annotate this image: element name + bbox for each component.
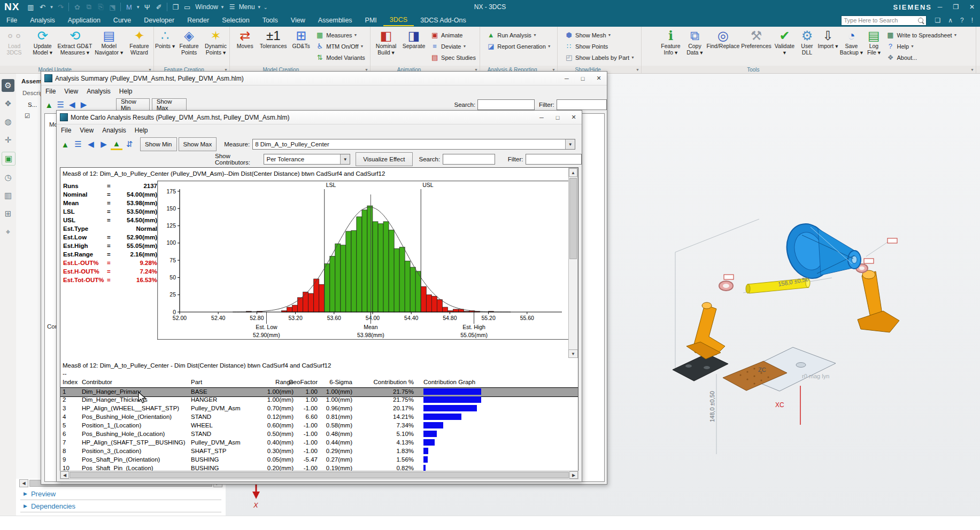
window-icon[interactable]: ▭	[182, 2, 192, 12]
gesture-icon[interactable]: ✐	[153, 2, 164, 12]
nominal-build-button[interactable]: ◧Nominal Build ▾	[373, 28, 399, 56]
expand-toolbar-icon[interactable]: ⌄	[264, 4, 268, 10]
import-button[interactable]: ⇩Import ▾	[817, 28, 838, 50]
show-min-button[interactable]: Show Min	[116, 98, 150, 111]
fullscreen-icon[interactable]: ❏	[931, 17, 944, 24]
about-button[interactable]: ❖About...	[885, 52, 957, 63]
table-row[interactable]: 3HP_Align_(WHEEL__SHAFT_STP)Pulley_DVM_A…	[60, 404, 578, 413]
search-input[interactable]: Type Here to Search	[841, 15, 927, 26]
deviate-button[interactable]: ≡Deviate▼	[430, 41, 476, 52]
list-icon[interactable]: ☰	[56, 99, 66, 111]
constraint-icon[interactable]: ◍	[2, 115, 14, 128]
command-finder-icon[interactable]: M	[124, 2, 134, 12]
app-minimize-button[interactable]: ─	[932, 0, 948, 14]
save-backup-button[interactable]: ◔Save Backup ▾	[839, 28, 863, 56]
table-row[interactable]: 5Position_1_(Location)WHEEL0.60(mm)-1.00…	[60, 422, 578, 430]
search-icon[interactable]	[918, 18, 923, 23]
chevron-down-icon[interactable]: ▼	[565, 139, 575, 149]
menu-assemblies[interactable]: Assemblies	[312, 15, 359, 26]
summary-menu-view[interactable]: View	[60, 88, 82, 95]
sort-contributors-icon[interactable]: ⇵	[124, 138, 135, 150]
measure-icon[interactable]: ⌖	[2, 225, 14, 238]
scroll-left-button[interactable]: ◀	[19, 479, 28, 487]
feature-points-button[interactable]: ◈Feature Points	[176, 28, 202, 56]
copy-data-button[interactable]: ⧉Copy Data ▾	[684, 28, 705, 56]
menu-file[interactable]: File	[0, 15, 24, 26]
histogram-icon[interactable]: ▲	[59, 138, 71, 150]
pattern-icon[interactable]: ✿	[72, 2, 82, 12]
scrollbar-thumb[interactable]	[70, 472, 569, 478]
menu-tools[interactable]: Tools	[256, 15, 284, 26]
points-button[interactable]: ∴Points ▾	[155, 28, 175, 50]
microphone-icon[interactable]: Ψ	[142, 2, 152, 12]
update-model-button[interactable]: ⟳Update Model ▾	[29, 28, 56, 56]
history-icon[interactable]: ◷	[2, 171, 14, 184]
probe-icon[interactable]: ✛	[2, 134, 14, 146]
summary-titlebar[interactable]: Analysis Summary (Pulley_DVM_Asm.hst, Pu…	[41, 72, 607, 85]
summary-menu-help[interactable]: Help	[115, 88, 137, 95]
save-icon[interactable]: ▥	[25, 2, 36, 12]
next-measure-icon[interactable]: ▶	[98, 138, 110, 150]
help-button[interactable]: ?Help▼	[885, 41, 957, 52]
copy-icon[interactable]: ⧉	[83, 2, 94, 12]
histogram-icon[interactable]: ▲	[44, 99, 55, 111]
moves-button[interactable]: ⇄Moves	[233, 28, 257, 50]
menu-render[interactable]: Render	[181, 15, 215, 26]
summary-menu-file[interactable]: File	[41, 88, 60, 95]
vertical-scrollbar[interactable]: ▲	[568, 168, 578, 350]
feature-info-button[interactable]: ℹFeature Info ▾	[658, 28, 683, 56]
prev-measure-icon[interactable]: ◀	[85, 138, 97, 150]
table-row[interactable]: 6Pos_Bushing_Hole_(Location)STAND0.50(mm…	[60, 430, 578, 439]
prev-measure-icon[interactable]: ◀	[67, 99, 78, 111]
feature-wizard-button[interactable]: ✦Feature Wizard	[126, 28, 153, 56]
next-measure-icon[interactable]: ▶	[79, 99, 89, 111]
mc-minimize-button[interactable]: ─	[534, 111, 550, 124]
report-generation-button[interactable]: ◪Report Generation▼	[486, 41, 551, 52]
settings-icon[interactable]: ⚙	[2, 79, 14, 92]
window-menu[interactable]: Window	[195, 3, 218, 11]
summary-filter-input[interactable]	[557, 99, 607, 110]
menu-pmi[interactable]: PMI	[359, 15, 383, 26]
menu-curve[interactable]: Curve	[107, 15, 137, 26]
model-variants-button[interactable]: ⇅Model Variants	[315, 52, 365, 63]
show-labels-by-part-button[interactable]: ◰Show Labels by Part▼	[564, 52, 635, 63]
group-label-tools[interactable]: Tools▼	[642, 66, 976, 73]
user-dll-button[interactable]: ⚙User DLL	[797, 28, 816, 56]
separate-button[interactable]: ◨Separate	[400, 28, 427, 50]
assembly-navigator-icon[interactable]: ❖	[2, 97, 14, 110]
model-navigator-button[interactable]: ▤Model Navigator ▾	[94, 28, 125, 56]
menu-dropdown[interactable]: Menu	[239, 3, 255, 11]
tree-item[interactable]: S...	[28, 102, 37, 108]
validate-button[interactable]: ✔Validate ▾	[773, 28, 796, 56]
log-file-button[interactable]: ▤Log File ▾	[865, 28, 883, 56]
mc-search-input[interactable]	[443, 154, 495, 165]
mc-filter-input[interactable]	[526, 154, 582, 165]
options-icon[interactable]: !	[968, 17, 977, 24]
visualize-effect-button[interactable]: Visualize Effect	[356, 152, 412, 166]
menu-view[interactable]: View	[284, 15, 312, 26]
mc-maximize-button[interactable]: □	[550, 111, 566, 124]
mc-menu-file[interactable]: File	[57, 127, 75, 134]
tree-item-checkbox[interactable]: ☑	[25, 112, 30, 120]
menu-analysis[interactable]: Analysis	[24, 15, 61, 26]
measures-button[interactable]: ▦Measures▼	[315, 29, 365, 41]
show-points-button[interactable]: ∷Show Points	[564, 41, 635, 52]
summary-search-input[interactable]	[477, 99, 535, 110]
table-row[interactable]: 4Pos_Bushing_Hole_(Orientation)STAND0.12…	[60, 413, 578, 422]
table-row[interactable]: 8Position_3_(Location)SHAFT_STP0.30(mm)-…	[60, 447, 578, 456]
scroll-left-button[interactable]: ◀	[60, 471, 69, 479]
spec-studies-button[interactable]: ▤Spec Studies	[430, 52, 476, 63]
preferences-button[interactable]: ⚒Preferences	[740, 28, 771, 50]
scroll-right-button[interactable]: ▶	[569, 471, 578, 479]
summary-maximize-button[interactable]: □	[575, 72, 591, 85]
extract-gdt-measures-button[interactable]: ⟲Extract GD&T Measures ▾	[57, 28, 92, 56]
variants-icon[interactable]: ⊞	[2, 207, 14, 220]
gdts-button[interactable]: ⊞GD&Ts	[290, 28, 312, 50]
show-max-button[interactable]: Show Max	[179, 137, 217, 151]
tolerances-button[interactable]: ±1Tolerances	[258, 28, 289, 50]
app-close-button[interactable]: ✕	[964, 0, 980, 14]
table-row[interactable]: 9Pos_Shaft_Pin_(Orientation)BUSHING0.05(…	[60, 456, 578, 464]
menu-3dcs[interactable]: 3DCS	[383, 14, 414, 26]
chevron-down-icon[interactable]: ▼	[340, 154, 350, 164]
show-min-button[interactable]: Show Min	[140, 137, 177, 151]
